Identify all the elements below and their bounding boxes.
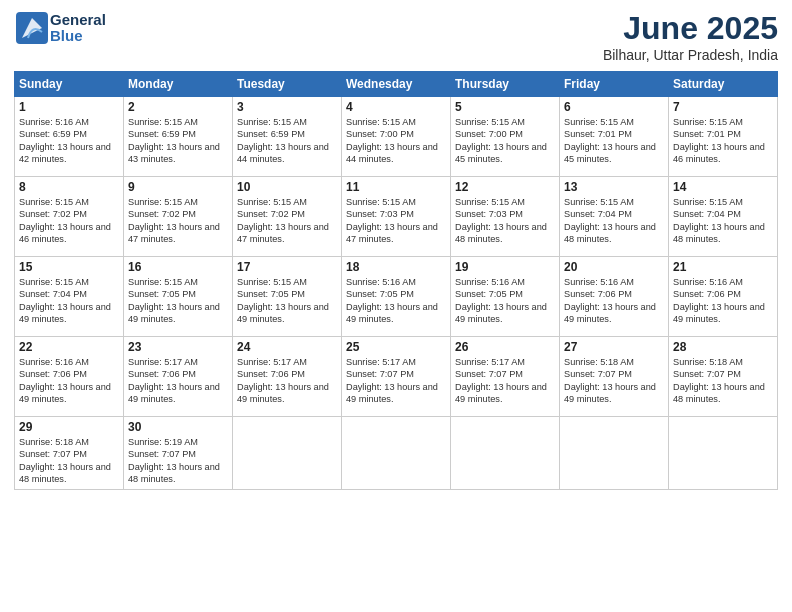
header-saturday: Saturday: [669, 72, 778, 97]
calendar-cell: 7Sunrise: 5:15 AMSunset: 7:01 PMDaylight…: [669, 97, 778, 177]
day-number: 3: [237, 100, 337, 114]
calendar-week-2: 15Sunrise: 5:15 AMSunset: 7:04 PMDayligh…: [15, 257, 778, 337]
calendar-cell: 10Sunrise: 5:15 AMSunset: 7:02 PMDayligh…: [233, 177, 342, 257]
day-number: 5: [455, 100, 555, 114]
calendar-cell: 25Sunrise: 5:17 AMSunset: 7:07 PMDayligh…: [342, 337, 451, 417]
calendar-cell: 19Sunrise: 5:16 AMSunset: 7:05 PMDayligh…: [451, 257, 560, 337]
calendar-cell: 20Sunrise: 5:16 AMSunset: 7:06 PMDayligh…: [560, 257, 669, 337]
calendar-cell: [233, 417, 342, 490]
day-info: Sunrise: 5:15 AMSunset: 7:01 PMDaylight:…: [673, 116, 773, 166]
day-info: Sunrise: 5:15 AMSunset: 7:02 PMDaylight:…: [237, 196, 337, 246]
day-number: 12: [455, 180, 555, 194]
day-info: Sunrise: 5:15 AMSunset: 7:04 PMDaylight:…: [564, 196, 664, 246]
weekday-header-row: Sunday Monday Tuesday Wednesday Thursday…: [15, 72, 778, 97]
day-info: Sunrise: 5:15 AMSunset: 6:59 PMDaylight:…: [237, 116, 337, 166]
day-number: 22: [19, 340, 119, 354]
day-number: 17: [237, 260, 337, 274]
day-info: Sunrise: 5:16 AMSunset: 7:05 PMDaylight:…: [346, 276, 446, 326]
day-info: Sunrise: 5:16 AMSunset: 7:06 PMDaylight:…: [673, 276, 773, 326]
day-number: 23: [128, 340, 228, 354]
calendar-cell: 23Sunrise: 5:17 AMSunset: 7:06 PMDayligh…: [124, 337, 233, 417]
day-number: 4: [346, 100, 446, 114]
header-thursday: Thursday: [451, 72, 560, 97]
day-info: Sunrise: 5:15 AMSunset: 7:00 PMDaylight:…: [346, 116, 446, 166]
day-info: Sunrise: 5:18 AMSunset: 7:07 PMDaylight:…: [564, 356, 664, 406]
calendar-cell: 24Sunrise: 5:17 AMSunset: 7:06 PMDayligh…: [233, 337, 342, 417]
day-info: Sunrise: 5:16 AMSunset: 6:59 PMDaylight:…: [19, 116, 119, 166]
calendar-week-4: 29Sunrise: 5:18 AMSunset: 7:07 PMDayligh…: [15, 417, 778, 490]
day-number: 1: [19, 100, 119, 114]
calendar-cell: 16Sunrise: 5:15 AMSunset: 7:05 PMDayligh…: [124, 257, 233, 337]
day-info: Sunrise: 5:15 AMSunset: 7:02 PMDaylight:…: [128, 196, 228, 246]
day-number: 13: [564, 180, 664, 194]
day-number: 21: [673, 260, 773, 274]
calendar-cell: 13Sunrise: 5:15 AMSunset: 7:04 PMDayligh…: [560, 177, 669, 257]
calendar-cell: 3Sunrise: 5:15 AMSunset: 6:59 PMDaylight…: [233, 97, 342, 177]
day-number: 15: [19, 260, 119, 274]
day-info: Sunrise: 5:15 AMSunset: 6:59 PMDaylight:…: [128, 116, 228, 166]
calendar-cell: 30Sunrise: 5:19 AMSunset: 7:07 PMDayligh…: [124, 417, 233, 490]
calendar-cell: 12Sunrise: 5:15 AMSunset: 7:03 PMDayligh…: [451, 177, 560, 257]
day-info: Sunrise: 5:18 AMSunset: 7:07 PMDaylight:…: [19, 436, 119, 486]
day-info: Sunrise: 5:15 AMSunset: 7:05 PMDaylight:…: [128, 276, 228, 326]
day-info: Sunrise: 5:16 AMSunset: 7:05 PMDaylight:…: [455, 276, 555, 326]
day-number: 6: [564, 100, 664, 114]
calendar-cell: 17Sunrise: 5:15 AMSunset: 7:05 PMDayligh…: [233, 257, 342, 337]
day-info: Sunrise: 5:17 AMSunset: 7:07 PMDaylight:…: [346, 356, 446, 406]
location: Bilhaur, Uttar Pradesh, India: [603, 47, 778, 63]
day-info: Sunrise: 5:15 AMSunset: 7:01 PMDaylight:…: [564, 116, 664, 166]
day-number: 18: [346, 260, 446, 274]
header-wednesday: Wednesday: [342, 72, 451, 97]
calendar-table: Sunday Monday Tuesday Wednesday Thursday…: [14, 71, 778, 490]
calendar-cell: [342, 417, 451, 490]
day-info: Sunrise: 5:15 AMSunset: 7:04 PMDaylight:…: [19, 276, 119, 326]
day-number: 28: [673, 340, 773, 354]
logo: General Blue: [14, 10, 106, 46]
day-info: Sunrise: 5:17 AMSunset: 7:06 PMDaylight:…: [128, 356, 228, 406]
calendar-cell: 5Sunrise: 5:15 AMSunset: 7:00 PMDaylight…: [451, 97, 560, 177]
day-info: Sunrise: 5:15 AMSunset: 7:00 PMDaylight:…: [455, 116, 555, 166]
month-title: June 2025: [603, 10, 778, 47]
day-info: Sunrise: 5:15 AMSunset: 7:05 PMDaylight:…: [237, 276, 337, 326]
day-number: 19: [455, 260, 555, 274]
calendar-cell: 26Sunrise: 5:17 AMSunset: 7:07 PMDayligh…: [451, 337, 560, 417]
day-info: Sunrise: 5:15 AMSunset: 7:03 PMDaylight:…: [455, 196, 555, 246]
calendar-cell: 22Sunrise: 5:16 AMSunset: 7:06 PMDayligh…: [15, 337, 124, 417]
logo-line1: General: [50, 12, 106, 29]
calendar-cell: 6Sunrise: 5:15 AMSunset: 7:01 PMDaylight…: [560, 97, 669, 177]
day-info: Sunrise: 5:16 AMSunset: 7:06 PMDaylight:…: [19, 356, 119, 406]
calendar-cell: 11Sunrise: 5:15 AMSunset: 7:03 PMDayligh…: [342, 177, 451, 257]
calendar-cell: 4Sunrise: 5:15 AMSunset: 7:00 PMDaylight…: [342, 97, 451, 177]
day-number: 14: [673, 180, 773, 194]
calendar-cell: [451, 417, 560, 490]
day-number: 25: [346, 340, 446, 354]
day-info: Sunrise: 5:17 AMSunset: 7:06 PMDaylight:…: [237, 356, 337, 406]
calendar-cell: 8Sunrise: 5:15 AMSunset: 7:02 PMDaylight…: [15, 177, 124, 257]
day-number: 8: [19, 180, 119, 194]
calendar-week-3: 22Sunrise: 5:16 AMSunset: 7:06 PMDayligh…: [15, 337, 778, 417]
day-info: Sunrise: 5:15 AMSunset: 7:03 PMDaylight:…: [346, 196, 446, 246]
day-number: 24: [237, 340, 337, 354]
header-friday: Friday: [560, 72, 669, 97]
calendar-cell: 14Sunrise: 5:15 AMSunset: 7:04 PMDayligh…: [669, 177, 778, 257]
calendar-cell: 21Sunrise: 5:16 AMSunset: 7:06 PMDayligh…: [669, 257, 778, 337]
calendar-cell: 28Sunrise: 5:18 AMSunset: 7:07 PMDayligh…: [669, 337, 778, 417]
day-number: 9: [128, 180, 228, 194]
day-number: 20: [564, 260, 664, 274]
calendar-cell: 9Sunrise: 5:15 AMSunset: 7:02 PMDaylight…: [124, 177, 233, 257]
logo-line2: Blue: [50, 28, 106, 45]
header-sunday: Sunday: [15, 72, 124, 97]
day-number: 16: [128, 260, 228, 274]
calendar-cell: 29Sunrise: 5:18 AMSunset: 7:07 PMDayligh…: [15, 417, 124, 490]
header-tuesday: Tuesday: [233, 72, 342, 97]
day-info: Sunrise: 5:16 AMSunset: 7:06 PMDaylight:…: [564, 276, 664, 326]
day-number: 11: [346, 180, 446, 194]
logo-icon: [14, 10, 50, 46]
day-number: 29: [19, 420, 119, 434]
calendar-cell: [560, 417, 669, 490]
day-number: 7: [673, 100, 773, 114]
day-number: 10: [237, 180, 337, 194]
page-header: General Blue June 2025 Bilhaur, Uttar Pr…: [14, 10, 778, 63]
day-info: Sunrise: 5:19 AMSunset: 7:07 PMDaylight:…: [128, 436, 228, 486]
day-number: 30: [128, 420, 228, 434]
